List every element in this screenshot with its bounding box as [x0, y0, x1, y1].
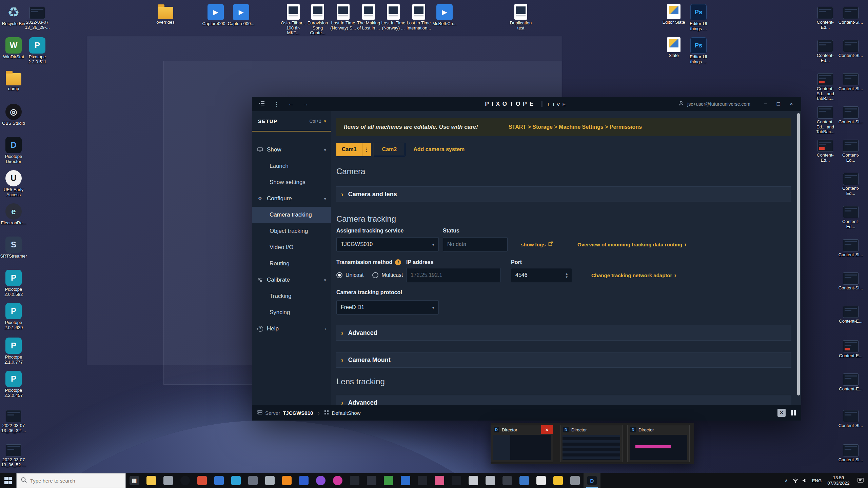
close-button[interactable]: × [785, 101, 798, 107]
sidebar-collapse-icon[interactable] [259, 101, 265, 107]
taskbar-app[interactable] [160, 473, 177, 488]
sidebar-item-launch[interactable]: Launch [252, 158, 331, 174]
taskbar-app[interactable] [295, 473, 312, 488]
preview-thumbnail[interactable] [563, 435, 620, 460]
taskbar-app[interactable] [261, 473, 278, 488]
desktop-icon[interactable]: Content-E... [838, 371, 864, 392]
back-icon[interactable]: ← [288, 101, 294, 107]
nav-group-configure[interactable]: ⚙ Configure ▾ [252, 190, 331, 207]
sidebar-item-camera-tracking[interactable]: Camera tracking [252, 207, 331, 223]
sidebar-item-routing[interactable]: Routing [252, 256, 331, 272]
desktop-icon[interactable]: Content-Sl... [838, 270, 864, 291]
info-icon[interactable]: i [395, 259, 401, 265]
preview-thumbnail[interactable] [630, 435, 687, 460]
nav-group-show[interactable]: Show ▾ [252, 142, 331, 158]
taskbar-app[interactable] [516, 473, 533, 488]
desktop-icon[interactable]: Content-Sl... [838, 104, 864, 125]
maximize-button[interactable]: □ [772, 101, 785, 107]
desktop-icon[interactable]: Content-Sl... [838, 407, 864, 428]
taskbar-app[interactable] [533, 473, 550, 488]
breadcrumb[interactable]: START > Storage > Machine Settings > Per… [509, 124, 642, 130]
taskbar-app[interactable] [312, 473, 329, 488]
desktop-icon[interactable]: Content-E... [838, 303, 864, 324]
close-icon[interactable]: ✕ [541, 425, 553, 434]
tab-cam2[interactable]: Cam2 [374, 143, 406, 156]
kebab-menu-icon[interactable]: ⋮ [274, 101, 279, 108]
language-indicator[interactable]: ENG [810, 478, 824, 483]
search-input[interactable] [30, 478, 121, 484]
desktop-icon[interactable]: Content-Ed... [838, 137, 864, 163]
taskbar-app[interactable] [567, 473, 584, 488]
tab-kebab-icon[interactable]: ⋮ [362, 143, 371, 156]
taskbar-app[interactable] [465, 473, 482, 488]
taskbar-app[interactable] [228, 473, 244, 488]
port-field[interactable]: ▴ ▾ [511, 268, 572, 282]
camera-tracking-protocol-dropdown[interactable]: FreeD D1 ▾ [336, 300, 439, 314]
desktop-icon[interactable]: Content-Ed... [812, 4, 838, 30]
taskbar-app[interactable] [397, 473, 414, 488]
show-logs-link[interactable]: show logs [521, 237, 553, 251]
taskbar-app[interactable]: D [584, 473, 600, 488]
taskbar-app[interactable] [329, 473, 346, 488]
hidden-icons-chevron[interactable]: ∧ [782, 478, 791, 483]
taskbar-app[interactable] [278, 473, 295, 488]
ip-address-field[interactable] [406, 268, 501, 282]
stepper-down-icon[interactable]: ▾ [566, 275, 568, 279]
taskbar-app[interactable] [414, 473, 431, 488]
taskbar-app[interactable]: ▦ [126, 473, 143, 488]
radio-multicast[interactable]: Multicast [372, 272, 403, 278]
action-center-icon[interactable] [853, 478, 868, 483]
user-email[interactable]: jsc+user@futureuniverse.com [687, 101, 750, 107]
ip-address-input[interactable] [411, 272, 496, 278]
assigned-tracking-service-dropdown[interactable]: TJCGWS010 ▾ [336, 237, 439, 251]
desktop-icon[interactable]: Content-Ed... [812, 137, 838, 163]
desktop-icon[interactable]: Content-Ed... [838, 170, 864, 196]
taskbar-app[interactable] [244, 473, 261, 488]
taskbar-app[interactable] [380, 473, 397, 488]
show-name[interactable]: DefaultShow [332, 410, 360, 416]
desktop-icon[interactable]: Content-Ed... [812, 37, 838, 63]
minimize-button[interactable]: − [759, 101, 772, 107]
start-button[interactable] [0, 473, 16, 488]
taskbar-app[interactable] [482, 473, 499, 488]
scrollbar-thumb[interactable] [797, 113, 800, 395]
preview-thumbnail[interactable] [493, 435, 551, 460]
taskbar-app[interactable] [431, 473, 448, 488]
taskbar-app[interactable] [194, 473, 211, 488]
taskbar-app[interactable] [448, 473, 465, 488]
clock[interactable]: 13:59 07/03/2022 [824, 475, 853, 486]
taskbar-app[interactable] [211, 473, 228, 488]
desktop-icon[interactable]: Content-Ed... and TabBac... [812, 70, 838, 101]
desktop-icon[interactable]: Content-Sl... [838, 4, 864, 25]
add-camera-system-link[interactable]: Add camera system [413, 146, 465, 152]
tab-cam1[interactable]: Cam1 ⋮ [336, 143, 371, 156]
workspace-switcher[interactable]: SETUP Ctrl+2 ▾ [252, 111, 331, 131]
collapsible-lens-advanced[interactable]: › Advanced [336, 395, 791, 405]
disconnect-icon[interactable]: × [777, 409, 786, 417]
desktop-icon[interactable]: Content-Ed... [838, 203, 864, 229]
taskbar-app[interactable] [363, 473, 380, 488]
desktop-icon[interactable]: Content-Sl... [838, 237, 864, 258]
tracking-routing-overview-link[interactable]: Overview of incoming tracking data routi… [577, 237, 687, 251]
collapsible-advanced[interactable]: › Advanced [336, 325, 791, 341]
server-name[interactable]: TJCGWS010 [283, 410, 313, 416]
port-input[interactable] [515, 272, 566, 278]
director-window-preview[interactable]: D Director [560, 425, 623, 462]
taskbar-app[interactable] [346, 473, 363, 488]
taskbar-app[interactable] [177, 473, 194, 488]
sidebar-item-tracking[interactable]: Tracking [252, 288, 331, 304]
taskbar-search[interactable] [16, 473, 126, 488]
radio-unicast[interactable]: Unicast [336, 272, 363, 278]
content-scrollbar[interactable] [797, 113, 800, 404]
taskbar-app[interactable] [550, 473, 567, 488]
desktop-icon[interactable]: Content-Ed... and TabBac... [812, 104, 838, 135]
desktop-icon[interactable]: Content-Sl... [838, 70, 864, 92]
volume-icon[interactable] [800, 478, 810, 483]
taskbar-app[interactable] [499, 473, 516, 488]
change-network-adaptor-link[interactable]: Change tracking network adaptor › [591, 268, 676, 282]
collapsible-camera-mount[interactable]: › Camera Mount [336, 352, 791, 368]
sidebar-item-show-settings[interactable]: Show settings [252, 174, 331, 190]
taskbar-app[interactable] [143, 473, 160, 488]
nav-group-calibrate[interactable]: Calibrate ▾ [252, 272, 331, 288]
network-icon[interactable] [791, 479, 800, 483]
